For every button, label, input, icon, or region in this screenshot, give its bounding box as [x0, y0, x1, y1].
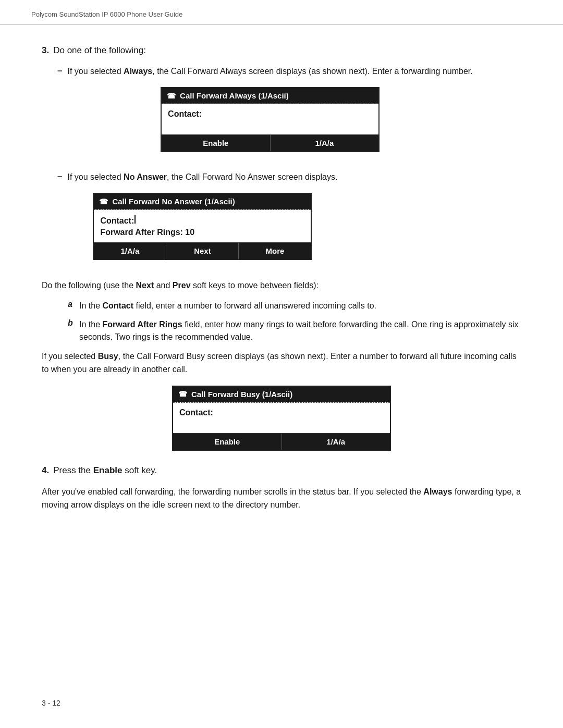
main-content: 3. Do one of the following: – If you sel…: [0, 24, 563, 550]
btn-1aa-no-answer[interactable]: 1/A/a: [94, 243, 166, 259]
bullet-no-answer-after: , the Call Forward No Answer screen disp…: [167, 172, 337, 181]
screen-call-forward-always: ☎ Call Forward Always (1/Ascii) Contact:…: [161, 87, 380, 152]
btn-1aa-always[interactable]: 1/A/a: [271, 135, 379, 151]
para-after: soft keys to move between fields):: [191, 281, 319, 290]
para3-before: After you've enabled call forwarding, th…: [42, 487, 423, 496]
page-footer: 3 - 12: [42, 699, 60, 707]
screen-always-buttons: Enable 1/A/a: [162, 135, 378, 151]
screen-no-answer-buttons: 1/A/a Next More: [94, 243, 311, 259]
screen-no-answer-title: Call Forward No Answer (1/Ascii): [112, 197, 235, 206]
bullet-no-answer: – If you selected No Answer, the Call Fo…: [57, 171, 521, 272]
btn-enable-always[interactable]: Enable: [162, 135, 271, 151]
list-item-b: b In the Forward After Rings field, ente…: [68, 318, 521, 343]
bullet-no-answer-bold: No Answer: [124, 172, 167, 181]
page-number: 3 - 12: [42, 699, 60, 707]
alpha-a: a: [68, 300, 79, 309]
para-bold-prev: Prev: [173, 281, 191, 290]
page-header: Polycom SoundStation IP 6000 Phone User …: [0, 0, 563, 24]
phone-icon-no-answer: ☎: [99, 198, 108, 206]
step3-heading: 3. Do one of the following:: [42, 45, 521, 56]
para-busy: If you selected Busy, the Call Forward B…: [42, 350, 521, 376]
para-busy-bold: Busy: [98, 352, 118, 361]
phone-icon-busy: ☎: [178, 390, 187, 398]
bullet-always: – If you selected Always, the Call Forwa…: [57, 65, 521, 164]
screen-no-answer-body: Contact: Forward After Rings: 10: [94, 210, 311, 243]
para3-text: After you've enabled call forwarding, th…: [42, 485, 521, 512]
screen-always-title-bar: ☎ Call Forward Always (1/Ascii): [162, 88, 378, 104]
screen-busy-body: Contact:: [173, 403, 390, 434]
btn-enable-busy[interactable]: Enable: [173, 434, 282, 450]
dash-no-answer: –: [57, 171, 62, 182]
step3-text: Do one of the following:: [53, 45, 146, 56]
item-a-before: In the: [79, 301, 102, 310]
screen-always-body: Contact:: [162, 104, 378, 135]
btn-more-no-answer[interactable]: More: [239, 243, 311, 259]
para-before: Do the following (use the: [42, 281, 136, 290]
btn-1aa-busy[interactable]: 1/A/a: [282, 434, 390, 450]
screen-no-answer-title-bar: ☎ Call Forward No Answer (1/Ascii): [94, 194, 311, 209]
bullet-always-text: If you selected Always, the Call Forward…: [67, 65, 472, 78]
step4-heading: 4. Press the Enable soft key.: [42, 465, 521, 476]
bullet-no-answer-text: If you selected No Answer, the Call Forw…: [67, 171, 337, 183]
screen-busy-title-bar: ☎ Call Forward Busy (1/Ascii): [173, 387, 390, 402]
para-middle: and: [154, 281, 173, 290]
para-busy-before: If you selected: [42, 352, 98, 361]
step4-text: Press the Enable soft key.: [53, 465, 157, 476]
item-b-bold: Forward After Rings: [102, 320, 182, 329]
btn-next-no-answer[interactable]: Next: [166, 243, 239, 259]
item-b-before: In the: [79, 320, 102, 329]
dash-always: –: [57, 66, 62, 76]
screen-no-answer-contact: Contact:: [100, 214, 304, 227]
bullet-always-before: If you selected: [67, 67, 124, 76]
item-a-after: field, enter a number to forward all una…: [133, 301, 376, 310]
para-bold-next: Next: [136, 281, 154, 290]
list-item-a: a In the Contact field, enter a number t…: [68, 300, 521, 312]
screen-call-forward-busy: ☎ Call Forward Busy (1/Ascii) Contact: E…: [172, 386, 391, 451]
bullet-always-after: , the Call Forward Always screen display…: [152, 67, 473, 76]
item-a-text: In the Contact field, enter a number to …: [79, 300, 376, 312]
para3-bold: Always: [423, 487, 452, 496]
screen-no-answer-forward: Forward After Rings: 10: [100, 227, 304, 238]
screen-always-title: Call Forward Always (1/Ascii): [180, 91, 289, 100]
cursor: [134, 215, 136, 224]
item-b-text: In the Forward After Rings field, enter …: [79, 318, 521, 343]
bullet-always-bold: Always: [124, 67, 152, 76]
bullet-no-answer-before: If you selected: [67, 172, 124, 181]
screen-busy-title: Call Forward Busy (1/Ascii): [191, 390, 292, 399]
alpha-b: b: [68, 318, 79, 328]
screen-busy-contact: Contact:: [179, 407, 384, 418]
step3-number: 3.: [42, 45, 49, 56]
para-do-following: Do the following (use the Next and Prev …: [42, 279, 521, 292]
step4-number: 4.: [42, 465, 49, 476]
item-a-bold: Contact: [102, 301, 133, 310]
screen-busy-buttons: Enable 1/A/a: [173, 434, 390, 450]
phone-icon-always: ☎: [167, 92, 176, 100]
screen-call-forward-no-answer: ☎ Call Forward No Answer (1/Ascii) Conta…: [93, 193, 312, 260]
header-text: Polycom SoundStation IP 6000 Phone User …: [31, 10, 182, 18]
screen-always-contact: Contact:: [168, 108, 372, 120]
